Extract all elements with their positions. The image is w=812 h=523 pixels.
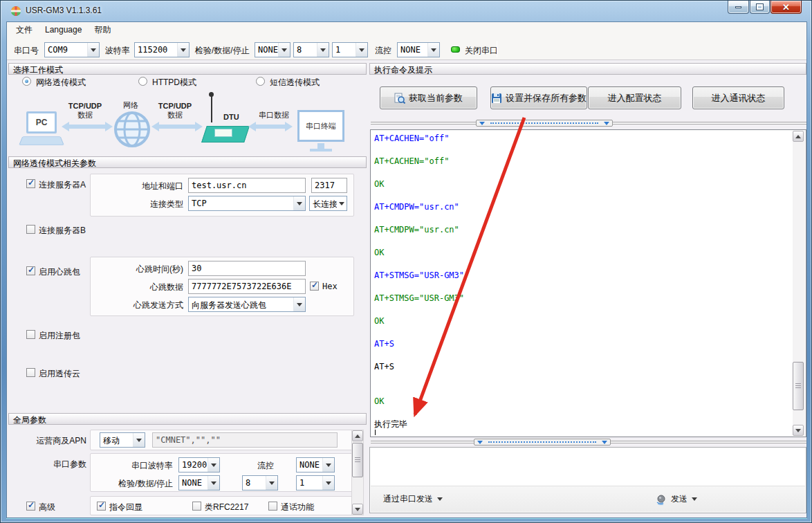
scrollbar-thumb[interactable]	[793, 362, 804, 410]
heartbeat-label[interactable]: 启用心跳包	[39, 266, 80, 278]
send-area: 通过串口发送 发送	[369, 447, 806, 513]
command-log[interactable]: AT+CACHEN="off" AT+CACHEN="off" OK AT+CM…	[370, 129, 806, 437]
radio-sms-mode-label[interactable]: 短信透传模式	[270, 77, 320, 89]
minimize-button[interactable]	[728, 1, 749, 14]
conn-type-select[interactable]: TCP	[188, 196, 306, 211]
left-scrollbar[interactable]	[351, 430, 364, 515]
stopbits-select[interactable]: 1	[332, 42, 368, 57]
databits-select[interactable]: 8	[293, 42, 329, 57]
chevron-down-icon[interactable]	[293, 196, 305, 210]
sp-stopbits-value: 1	[297, 476, 322, 490]
advanced-label[interactable]: 高级	[39, 502, 55, 513]
serverB-checkbox[interactable]	[26, 225, 35, 234]
chevron-down-icon[interactable]	[317, 43, 329, 57]
menu-file[interactable]: 文件	[10, 22, 39, 38]
scrollbar-thumb[interactable]	[352, 443, 363, 477]
register-label[interactable]: 启用注册包	[39, 330, 80, 342]
chevron-down-icon[interactable]	[278, 43, 290, 57]
chevron-down-icon[interactable]	[356, 43, 367, 57]
rfc2217-checkbox[interactable]	[192, 502, 201, 511]
send-input[interactable]	[371, 448, 805, 486]
maximize-button[interactable]	[750, 1, 770, 14]
baud-select[interactable]: 115200	[134, 42, 190, 57]
call-label[interactable]: 通话功能	[281, 502, 314, 513]
cloud-checkbox[interactable]	[26, 368, 35, 377]
flow-select[interactable]: NONE	[397, 42, 440, 57]
close-port-button[interactable]: 关闭串口	[465, 45, 498, 57]
save-params-button[interactable]: 设置并保存所有参数	[490, 86, 587, 109]
serverA-checkbox[interactable]	[26, 179, 35, 188]
radio-net-mode[interactable]	[22, 77, 31, 86]
hex-checkbox[interactable]	[310, 282, 319, 291]
menu-bar: 文件 Language 帮助	[7, 22, 806, 37]
scroll-up-icon[interactable]	[793, 131, 804, 142]
get-params-button[interactable]: 获取当前参数	[380, 86, 477, 109]
echo-checkbox[interactable]	[97, 502, 106, 511]
menu-help[interactable]: 帮助	[88, 22, 117, 38]
advanced-checkbox[interactable]	[26, 502, 35, 511]
collapse-icon[interactable]	[479, 122, 485, 125]
radio-httpd-mode[interactable]	[138, 77, 147, 86]
send-splitter[interactable]	[474, 439, 611, 446]
server-address-input[interactable]: test.usr.cn	[188, 178, 306, 193]
radio-sms-mode[interactable]	[256, 77, 265, 86]
menu-language[interactable]: Language	[39, 23, 88, 37]
radio-net-mode-label[interactable]: 网络透传模式	[36, 77, 86, 89]
register-checkbox[interactable]	[26, 330, 35, 339]
port-select[interactable]: COM9	[44, 42, 100, 57]
rfc2217-label[interactable]: 类RFC2217	[205, 502, 248, 513]
save-params-label: 设置并保存所有参数	[506, 92, 587, 104]
hb-time-label: 心跳时间(秒)	[111, 264, 183, 275]
cloud-label[interactable]: 启用透传云	[39, 368, 80, 380]
enter-config-button[interactable]: 进入配置状态	[588, 86, 681, 109]
close-button[interactable]: ✕	[771, 1, 802, 14]
send-button[interactable]: 发送	[652, 490, 701, 508]
hb-mode-select[interactable]: 向服务器发送心跳包	[188, 297, 306, 312]
pc-icon: PC	[26, 111, 57, 134]
enter-comm-button[interactable]: 进入通讯状态	[692, 86, 784, 109]
chevron-down-icon[interactable]	[177, 43, 189, 57]
scroll-down-icon[interactable]	[352, 504, 363, 515]
carrier-select[interactable]: 移动	[100, 432, 145, 448]
sp-stopbits-select[interactable]: 1	[296, 475, 335, 490]
scroll-up-icon[interactable]	[352, 430, 363, 441]
call-checkbox[interactable]	[268, 502, 277, 511]
hb-data-input[interactable]: 7777772E7573722E636E	[188, 279, 306, 294]
send-via-dropdown[interactable]: 通过串口发送	[379, 490, 447, 508]
log-scrollbar[interactable]	[793, 131, 805, 436]
chevron-down-icon[interactable]	[293, 297, 305, 311]
radio-httpd-mode-label[interactable]: HTTPD模式	[152, 77, 196, 89]
log-line	[374, 145, 789, 156]
collapse-icon[interactable]	[477, 441, 483, 444]
sp-databits-select[interactable]: 8	[242, 475, 278, 490]
heartbeat-checkbox[interactable]	[26, 266, 35, 275]
chevron-down-icon[interactable]	[322, 476, 334, 490]
hex-label[interactable]: Hex	[322, 282, 338, 291]
echo-label[interactable]: 指令回显	[109, 502, 142, 513]
chevron-down-icon[interactable]	[322, 458, 334, 472]
log-line	[374, 350, 789, 362]
chevron-down-icon[interactable]	[207, 476, 219, 490]
chevron-down-icon[interactable]	[207, 458, 219, 472]
serverB-label[interactable]: 连接服务器B	[39, 225, 86, 237]
hb-time-input[interactable]: 30	[188, 261, 306, 276]
collapse-icon[interactable]	[602, 441, 607, 444]
chevron-down-icon[interactable]	[133, 433, 145, 447]
parity-value: NONE	[255, 43, 278, 57]
parity-select[interactable]: NONE	[255, 42, 290, 57]
sp-parity-select[interactable]: NONE	[178, 475, 220, 490]
log-splitter[interactable]	[476, 120, 613, 127]
scroll-down-icon[interactable]	[793, 425, 804, 436]
chevron-down-icon[interactable]	[427, 43, 439, 57]
collapse-icon[interactable]	[604, 122, 609, 125]
chevron-down-icon[interactable]	[266, 476, 277, 490]
title-bar[interactable]: USR-GM3 V1.1.3.61 ✕	[1, 1, 811, 21]
server-port-input[interactable]: 2317	[311, 178, 347, 193]
sp-baud-select[interactable]: 19200	[178, 457, 220, 472]
chevron-down-icon[interactable]	[337, 196, 347, 210]
serverA-label[interactable]: 连接服务器A	[39, 179, 86, 191]
databits-value: 8	[294, 43, 317, 57]
sp-flow-select[interactable]: NONE	[296, 457, 335, 472]
chevron-down-icon[interactable]	[87, 43, 99, 57]
conn-mode-select[interactable]: 长连接	[309, 196, 347, 211]
